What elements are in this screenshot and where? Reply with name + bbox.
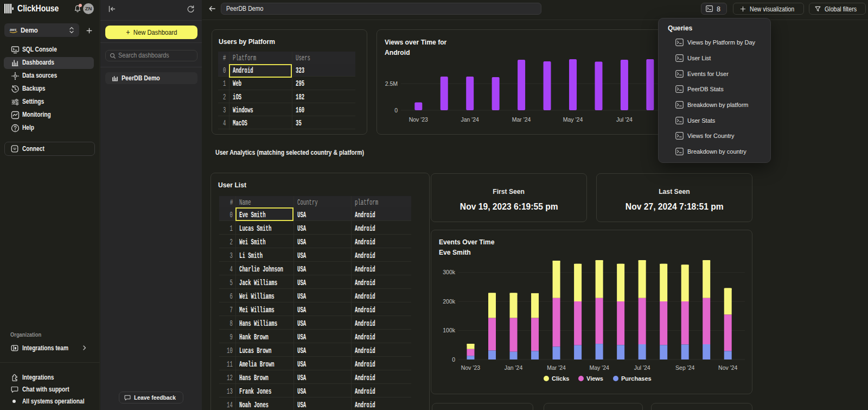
svg-text:Clicks: Clicks <box>552 375 569 382</box>
svg-text:Jul '24: Jul '24 <box>616 116 633 123</box>
svg-text:Jan '24: Jan '24 <box>505 364 523 371</box>
svg-text:Nov '24: Nov '24 <box>718 364 737 371</box>
svg-text:Views: Views <box>586 375 603 382</box>
svg-text:Nov '23: Nov '23 <box>409 116 428 123</box>
svg-text:Mar '24: Mar '24 <box>547 364 566 371</box>
svg-text:Sep '24: Sep '24 <box>675 364 694 371</box>
svg-text:300k: 300k <box>443 269 456 275</box>
svg-text:May '24: May '24 <box>589 364 609 371</box>
svg-text:Jan '24: Jan '24 <box>461 116 479 123</box>
svg-text:2.5M: 2.5M <box>385 80 398 87</box>
svg-text:May '24: May '24 <box>563 116 583 123</box>
svg-text:0: 0 <box>394 107 398 113</box>
svg-text:Purchases: Purchases <box>621 375 652 382</box>
svg-text:Mar '24: Mar '24 <box>512 116 531 123</box>
svg-text:200k: 200k <box>443 298 456 305</box>
svg-text:Jul '24: Jul '24 <box>634 364 650 371</box>
svg-text:100k: 100k <box>443 327 456 333</box>
svg-text:0: 0 <box>452 356 455 363</box>
svg-text:aws: aws <box>10 28 17 31</box>
svg-text:Nov '23: Nov '23 <box>461 364 480 371</box>
